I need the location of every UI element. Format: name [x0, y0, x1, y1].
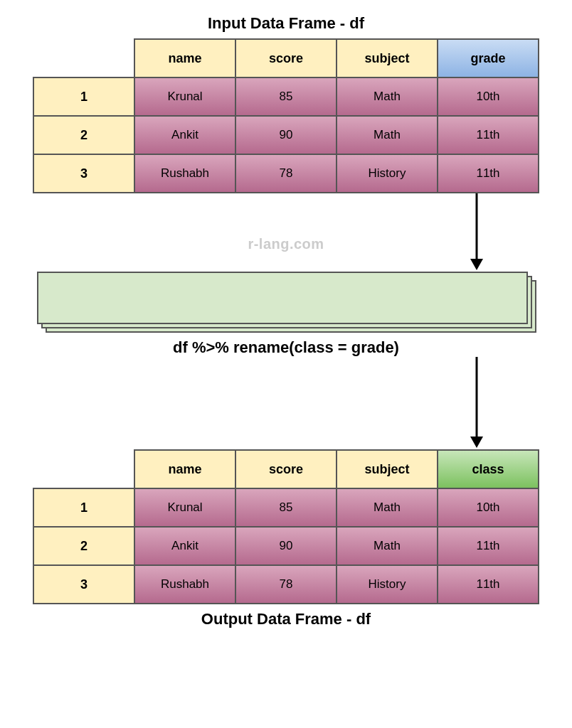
- input-table-wrap: name score subject grade 1 Krunal 85 Mat…: [21, 38, 551, 193]
- cell-subject: Math: [337, 527, 438, 565]
- cell-subject: Math: [337, 116, 438, 154]
- cell-score: 85: [235, 488, 337, 527]
- cell-subject: History: [337, 565, 438, 604]
- svg-marker-1: [470, 259, 483, 270]
- output-table: name score subject class 1 Krunal 85 Mat…: [33, 449, 539, 604]
- code-expression: df %>% rename(class = grade): [21, 338, 551, 357]
- cell-name: Rushabh: [134, 154, 235, 193]
- table-header-row: name score subject class: [33, 450, 539, 488]
- table-row: 3 Rushabh 78 History 11th: [33, 565, 539, 604]
- table-row: 2 Ankit 90 Math 11th: [33, 527, 539, 565]
- col-header-score: score: [235, 450, 337, 488]
- cell-subject: Math: [337, 488, 438, 527]
- table-row: 1 Krunal 85 Math 10th: [33, 488, 539, 527]
- row-id: 1: [33, 77, 134, 116]
- input-table: name score subject grade 1 Krunal 85 Mat…: [33, 38, 539, 193]
- cell-name: Krunal: [134, 488, 235, 527]
- col-header-name: name: [134, 39, 235, 77]
- cell-name: Rushabh: [134, 565, 235, 604]
- row-id: 3: [33, 154, 134, 193]
- table-row: 2 Ankit 90 Math 11th: [33, 116, 539, 154]
- arrow-down-icon: [21, 357, 551, 449]
- output-title: Output Data Frame - df: [21, 610, 551, 628]
- row-id: 3: [33, 565, 134, 604]
- stack-layer-icon: [37, 272, 528, 324]
- cell-score: 78: [235, 154, 337, 193]
- cell-score: 85: [235, 77, 337, 116]
- operation-box-stack: [37, 272, 535, 336]
- arrow-down-1-wrap: r-lang.com: [21, 193, 551, 272]
- cell-name: Ankit: [134, 116, 235, 154]
- arrow-down-icon: [21, 193, 551, 272]
- cell-score: 90: [235, 116, 337, 154]
- cell-class: 11th: [438, 527, 539, 565]
- col-header-class: class: [438, 450, 539, 488]
- cell-subject: Math: [337, 77, 438, 116]
- table-row: 3 Rushabh 78 History 11th: [33, 154, 539, 193]
- col-header-subject: subject: [337, 39, 438, 77]
- row-id: 1: [33, 488, 134, 527]
- cell-score: 90: [235, 527, 337, 565]
- col-header-score: score: [235, 39, 337, 77]
- row-id: 2: [33, 116, 134, 154]
- row-id: 2: [33, 527, 134, 565]
- cell-class: 10th: [438, 488, 539, 527]
- cell-name: Krunal: [134, 77, 235, 116]
- cell-name: Ankit: [134, 527, 235, 565]
- svg-marker-3: [470, 437, 483, 448]
- col-header-name: name: [134, 450, 235, 488]
- table-row: 1 Krunal 85 Math 10th: [33, 77, 539, 116]
- col-header-grade: grade: [438, 39, 539, 77]
- output-table-wrap: name score subject class 1 Krunal 85 Mat…: [21, 449, 551, 604]
- table-header-row: name score subject grade: [33, 39, 539, 77]
- cell-class: 11th: [438, 565, 539, 604]
- input-title: Input Data Frame - df: [21, 14, 551, 33]
- cell-grade: 11th: [438, 116, 539, 154]
- cell-grade: 11th: [438, 154, 539, 193]
- corner-cell: [33, 39, 134, 77]
- cell-subject: History: [337, 154, 438, 193]
- corner-cell: [33, 450, 134, 488]
- cell-score: 78: [235, 565, 337, 604]
- col-header-subject: subject: [337, 450, 438, 488]
- cell-grade: 10th: [438, 77, 539, 116]
- arrow-down-2-wrap: [21, 357, 551, 449]
